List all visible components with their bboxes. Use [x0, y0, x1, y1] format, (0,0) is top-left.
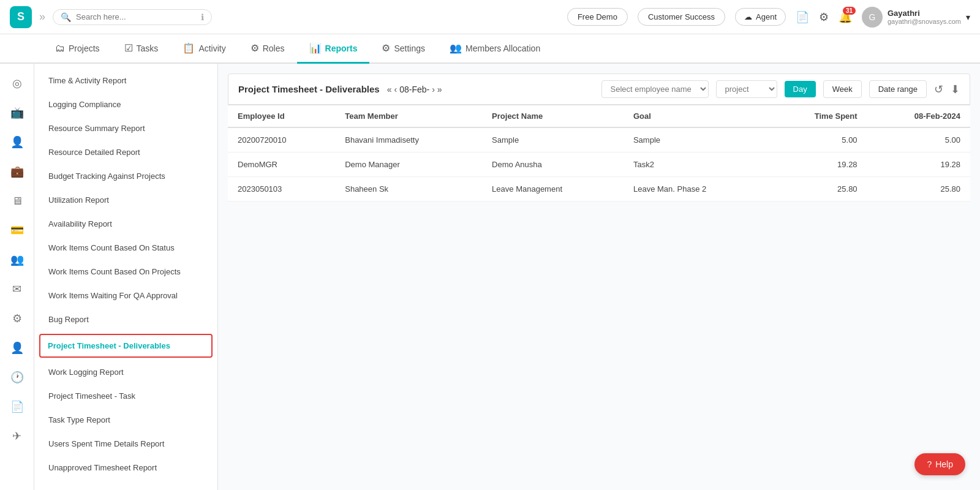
settings-icon-button[interactable]: ⚙	[819, 10, 829, 24]
cell-employee-id: 2023050103	[228, 177, 335, 202]
cell-date-val: 25.80	[867, 177, 970, 202]
report-item-work-items-projects[interactable]: Work Items Count Based On Projects	[34, 260, 217, 284]
report-title: Project Timesheet - Deliverables	[238, 84, 380, 94]
sidebar-icon-tv[interactable]: 📺	[5, 100, 29, 125]
settings-nav-icon: ⚙	[382, 42, 390, 54]
nav-tabs: 🗂 Projects ☑ Tasks 📋 Activity ⚙ Roles 📊 …	[0, 34, 980, 64]
report-item-bug-report[interactable]: Bug Report	[34, 307, 217, 331]
report-item-users-spent-time[interactable]: Users Spent Time Details Report	[34, 432, 217, 456]
tab-tasks[interactable]: ☑ Tasks	[112, 34, 171, 64]
tab-activity[interactable]: 📋 Activity	[170, 34, 238, 64]
cell-date-val: 19.28	[867, 153, 970, 177]
cell-time-spent: 25.80	[769, 177, 867, 202]
col-team-member: Team Member	[335, 105, 482, 128]
data-table: Employee Id Team Member Project Name Goa…	[228, 105, 970, 202]
report-item-unapproved-timesheet[interactable]: Unapproved Timesheet Report	[34, 456, 217, 480]
report-item-logging-compliance[interactable]: Logging Compliance	[34, 92, 217, 116]
tab-reports[interactable]: 📊 Reports	[297, 34, 370, 64]
nav-arrows: « ‹ 08-Feb- › »	[387, 85, 442, 94]
download-button[interactable]: ⬇	[951, 83, 960, 96]
report-item-work-items-status[interactable]: Work Items Count Based On Status	[34, 236, 217, 260]
report-item-time-activity[interactable]: Time & Activity Report	[34, 69, 217, 92]
tab-projects[interactable]: 🗂 Projects	[43, 34, 112, 64]
tab-roles[interactable]: ⚙ Roles	[238, 34, 297, 64]
agent-button[interactable]: ☁ Agent	[735, 8, 786, 26]
report-item-work-items-qa[interactable]: Work Items Waiting For QA Approval	[34, 284, 217, 307]
customer-success-button[interactable]: Customer Success	[638, 8, 725, 26]
document-icon-button[interactable]: 📄	[796, 10, 809, 24]
top-header: S » 🔍 ℹ Free Demo Customer Success ☁ Age…	[0, 0, 980, 34]
notification-button[interactable]: 🔔31	[839, 10, 852, 24]
report-item-budget-tracking[interactable]: Budget Tracking Against Projects	[34, 164, 217, 188]
table-header-row: Employee Id Team Member Project Name Goa…	[228, 105, 970, 128]
search-input[interactable]	[76, 12, 196, 21]
projects-icon: 🗂	[55, 43, 65, 54]
sidebar-icon-clock[interactable]: 🕐	[5, 365, 29, 390]
sidebar-icon-team[interactable]: 👥	[5, 247, 29, 272]
report-item-resource-summary[interactable]: Resource Summary Report	[34, 116, 217, 140]
main-layout: ◎ 📺 👤 💼 🖥 💳 👥 ✉ ⚙ 👤 🕐 📄 ✈ Time & Activit…	[0, 64, 980, 490]
cell-time-spent: 5.00	[769, 127, 867, 153]
week-button[interactable]: Week	[823, 80, 862, 98]
report-list: Time & Activity Report Logging Complianc…	[34, 64, 218, 490]
sidebar-icon-send[interactable]: ✈	[5, 424, 29, 448]
table-row: DemoMGR Demo Manager Demo Anusha Task2 1…	[228, 153, 970, 177]
roles-icon: ⚙	[251, 42, 259, 54]
report-item-resource-detailed[interactable]: Resource Detailed Report	[34, 140, 217, 164]
report-item-project-timesheet-deliverables[interactable]: Project Timesheet - Deliverables	[39, 334, 213, 358]
cell-goal: Task2	[624, 153, 769, 177]
app-logo: S	[10, 6, 32, 28]
cell-time-spent: 19.28	[769, 153, 867, 177]
reports-icon: 📊	[309, 42, 322, 54]
sidebar-icon-card[interactable]: 💳	[5, 218, 29, 243]
avatar: G	[862, 7, 883, 28]
cell-employee-id: 20200720010	[228, 127, 335, 153]
cell-goal: Sample	[624, 127, 769, 153]
search-bar[interactable]: 🔍 ℹ	[53, 9, 212, 25]
header-actions: Free Demo Customer Success ☁ Agent 📄 ⚙ 🔔…	[567, 7, 970, 28]
cell-project-name: Demo Anusha	[482, 153, 624, 177]
cell-team-member: Shaheen Sk	[335, 177, 482, 202]
tab-members-allocation[interactable]: 👥 Members Allocation	[437, 34, 552, 64]
sidebar-icon-person[interactable]: 👤	[5, 130, 29, 154]
report-item-project-timesheet-task[interactable]: Project Timesheet - Task	[34, 384, 217, 408]
prev-arrow[interactable]: ‹	[394, 85, 397, 94]
notification-badge: 31	[843, 7, 856, 15]
sidebar-icon-dashboard[interactable]: ◎	[5, 71, 29, 96]
sidebar-icon-person2[interactable]: 👤	[5, 336, 29, 360]
main-content: Project Timesheet - Deliverables « ‹ 08-…	[218, 64, 980, 490]
project-select[interactable]: project	[716, 80, 777, 98]
free-demo-button[interactable]: Free Demo	[567, 8, 628, 26]
expand-icon[interactable]: »	[39, 10, 45, 23]
user-info[interactable]: G Gayathri gayathri@snovasys.com ▾	[862, 7, 970, 28]
report-item-task-type[interactable]: Task Type Report	[34, 408, 217, 432]
search-icon: 🔍	[61, 12, 71, 22]
day-button[interactable]: Day	[785, 81, 816, 97]
tab-settings[interactable]: ⚙ Settings	[369, 34, 437, 64]
col-date: 08-Feb-2024	[867, 105, 970, 128]
refresh-button[interactable]: ↺	[934, 83, 943, 96]
user-name: Gayathri	[888, 9, 961, 18]
first-page-arrow[interactable]: «	[387, 85, 392, 94]
date-range-button[interactable]: Date range	[869, 80, 927, 98]
date-display: 08-Feb-	[399, 85, 429, 94]
icon-sidebar: ◎ 📺 👤 💼 🖥 💳 👥 ✉ ⚙ 👤 🕐 📄 ✈	[0, 64, 34, 490]
next-arrow[interactable]: ›	[432, 85, 435, 94]
employee-select[interactable]: Select employee name	[601, 80, 709, 98]
help-button[interactable]: ? Help	[914, 453, 965, 475]
cell-goal: Leave Man. Phase 2	[624, 177, 769, 202]
report-item-availability[interactable]: Availability Report	[34, 212, 217, 236]
report-header: Project Timesheet - Deliverables « ‹ 08-…	[228, 74, 970, 105]
report-item-utilization[interactable]: Utilization Report	[34, 188, 217, 212]
last-page-arrow[interactable]: »	[437, 85, 442, 94]
sidebar-icon-report[interactable]: 📄	[5, 394, 29, 419]
tasks-icon: ☑	[124, 42, 133, 54]
table-row: 20200720010 Bhavani Immadisetty Sample S…	[228, 127, 970, 153]
sidebar-icon-mail[interactable]: ✉	[5, 277, 29, 301]
sidebar-icon-briefcase[interactable]: 💼	[5, 159, 29, 184]
cell-employee-id: DemoMGR	[228, 153, 335, 177]
cell-team-member: Demo Manager	[335, 153, 482, 177]
sidebar-icon-gear[interactable]: ⚙	[5, 306, 29, 331]
sidebar-icon-monitor[interactable]: 🖥	[5, 189, 29, 213]
report-item-work-logging[interactable]: Work Logging Report	[34, 360, 217, 384]
